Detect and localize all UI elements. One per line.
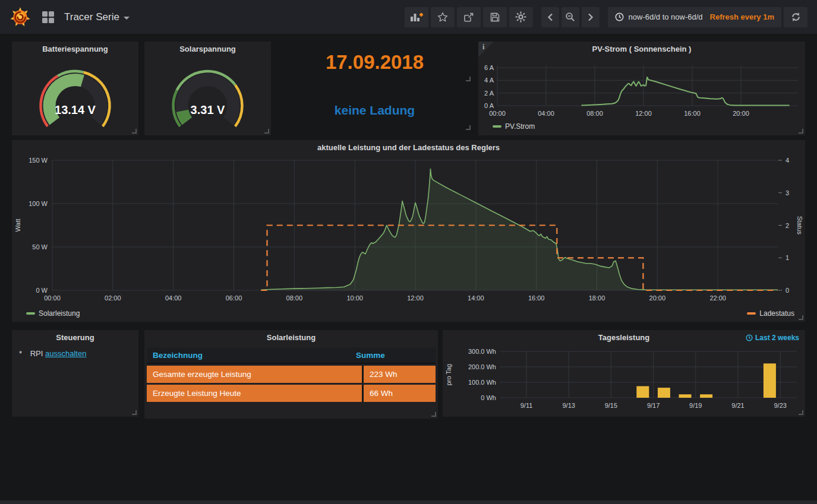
svg-text:Status: Status bbox=[796, 216, 803, 235]
legend-label[interactable]: PV.Strom bbox=[505, 122, 535, 131]
column-header[interactable]: Summe bbox=[350, 348, 436, 363]
svg-text:50 W: 50 W bbox=[32, 243, 48, 251]
table-cell: 66 Wh bbox=[362, 385, 436, 402]
pv-strom-chart[interactable]: 0 A2 A4 A6 A00:0004:0008:0012:0016:0020:… bbox=[478, 42, 805, 135]
legend-solarleistung[interactable]: Solarleistung bbox=[26, 309, 80, 318]
svg-text:0 A: 0 A bbox=[484, 102, 494, 109]
svg-text:16:00: 16:00 bbox=[528, 294, 545, 302]
svg-text:2 A: 2 A bbox=[484, 90, 494, 97]
zoom-out-button[interactable] bbox=[562, 7, 579, 27]
svg-text:100 W: 100 W bbox=[29, 200, 48, 207]
svg-text:2: 2 bbox=[786, 222, 789, 229]
share-dashboard-button[interactable] bbox=[457, 7, 481, 27]
svg-text:04:00: 04:00 bbox=[538, 110, 554, 117]
svg-text:200.0 Wh: 200.0 Wh bbox=[468, 363, 496, 370]
rpi-label: RPI bbox=[30, 349, 43, 358]
clock-icon bbox=[615, 12, 624, 21]
table-header-row: Bezeichnung Summe bbox=[147, 348, 436, 364]
svg-text:0 W: 0 W bbox=[36, 287, 48, 294]
leistung-ladestatus-chart[interactable]: 0 W50 W100 W150 W0123400:0002:0004:0006:… bbox=[12, 140, 805, 322]
grafana-logo[interactable] bbox=[10, 7, 31, 28]
time-forward-button[interactable] bbox=[582, 7, 600, 27]
solar-gauge bbox=[144, 53, 271, 128]
svg-text:6 A: 6 A bbox=[484, 64, 494, 71]
panel-date: 17.09.2018 bbox=[277, 42, 472, 83]
svg-text:18:00: 18:00 bbox=[589, 294, 605, 302]
horizontal-scrollbar[interactable] bbox=[0, 500, 817, 504]
svg-text:20:00: 20:00 bbox=[649, 294, 666, 302]
svg-text:06:00: 06:00 bbox=[226, 294, 242, 302]
legend-label[interactable]: Solarleistung bbox=[39, 309, 80, 318]
svg-text:9/21: 9/21 bbox=[731, 402, 744, 409]
panel-solarspannung: Solarspannung 3.31 V bbox=[144, 42, 271, 135]
svg-text:20:00: 20:00 bbox=[733, 110, 749, 117]
svg-text:4 A: 4 A bbox=[484, 77, 494, 84]
table-row: Gesamte erzeugte Leistung 223 Wh bbox=[147, 366, 436, 383]
charge-status-value: keine Ladung bbox=[277, 89, 472, 132]
svg-text:3: 3 bbox=[786, 189, 789, 196]
svg-text:00:00: 00:00 bbox=[489, 110, 506, 117]
svg-text:300.0 Wh: 300.0 Wh bbox=[468, 348, 496, 355]
panel-charge-status: keine Ladung bbox=[277, 89, 472, 132]
svg-text:pro Tag: pro Tag bbox=[445, 364, 452, 386]
save-icon bbox=[490, 12, 500, 23]
zoom-out-icon bbox=[565, 12, 575, 22]
top-navbar: Tracer Serie bbox=[0, 0, 817, 34]
time-back-button[interactable] bbox=[541, 7, 559, 27]
add-panel-icon bbox=[410, 12, 423, 23]
legend-ladestatus[interactable]: Ladestatus bbox=[747, 309, 794, 318]
refresh-button[interactable] bbox=[784, 7, 807, 27]
battery-gauge bbox=[12, 53, 138, 128]
svg-text:12:00: 12:00 bbox=[635, 110, 652, 117]
refresh-interval-text[interactable]: Refresh every 1m bbox=[710, 12, 774, 21]
svg-text:04:00: 04:00 bbox=[165, 294, 182, 302]
steuerung-content: * RPI ausschalten bbox=[19, 349, 86, 358]
dashboard-title[interactable]: Tracer Serie bbox=[64, 11, 119, 23]
star-dashboard-button[interactable] bbox=[431, 7, 455, 27]
svg-text:0 Wh: 0 Wh bbox=[481, 394, 496, 401]
svg-text:1: 1 bbox=[786, 254, 789, 261]
save-dashboard-button[interactable] bbox=[483, 7, 507, 27]
dashboard-title-dropdown[interactable]: Tracer Serie bbox=[64, 11, 130, 23]
add-panel-button[interactable] bbox=[405, 7, 428, 27]
svg-text:0: 0 bbox=[786, 287, 789, 294]
svg-text:22:00: 22:00 bbox=[709, 294, 726, 302]
svg-text:9/15: 9/15 bbox=[605, 402, 617, 409]
table-cell: 223 Wh bbox=[362, 366, 436, 383]
svg-text:12:00: 12:00 bbox=[407, 294, 424, 302]
svg-text:9/11: 9/11 bbox=[521, 402, 533, 409]
legend-chip bbox=[493, 125, 501, 128]
panel-pv-strom: i PV-Strom ( Sonnenschein ) 0 A2 A4 A6 A… bbox=[478, 42, 805, 135]
time-range-picker[interactable]: now-6d/d to now-6d/d Refresh every 1m bbox=[608, 7, 781, 27]
legend-pv-strom[interactable]: PV.Strom bbox=[493, 122, 535, 131]
panel-batteriespannung: Batteriespannung 13.14 V bbox=[12, 42, 138, 135]
date-value: 17.09.2018 bbox=[277, 42, 472, 83]
share-icon bbox=[463, 12, 474, 23]
panel-steuerung: Steuerung * RPI ausschalten bbox=[12, 330, 138, 417]
svg-text:14:00: 14:00 bbox=[468, 294, 484, 302]
column-header[interactable]: Bezeichnung bbox=[147, 348, 350, 363]
time-range-text[interactable]: now-6d/d to now-6d/d bbox=[629, 12, 703, 21]
panel-title[interactable]: Solarleistung bbox=[144, 330, 438, 345]
legend-chip bbox=[747, 312, 756, 315]
svg-text:00:00: 00:00 bbox=[44, 294, 61, 302]
panel-title[interactable]: Steuerung bbox=[12, 330, 138, 345]
legend-label[interactable]: Ladestatus bbox=[759, 309, 794, 318]
star-icon bbox=[437, 12, 448, 23]
chevron-right-icon bbox=[586, 12, 595, 22]
svg-text:9/13: 9/13 bbox=[562, 402, 575, 409]
dashboards-grid-icon[interactable] bbox=[42, 11, 55, 24]
table-cell: Erzeugte Leistung Heute bbox=[147, 385, 362, 402]
svg-text:Watt: Watt bbox=[14, 218, 21, 232]
rpi-ausschalten-link[interactable]: ausschalten bbox=[45, 349, 86, 358]
svg-text:9/17: 9/17 bbox=[647, 402, 660, 409]
dashboard-settings-button[interactable] bbox=[509, 7, 533, 27]
chevron-left-icon bbox=[546, 12, 554, 22]
panel-solarleistung-table: Solarleistung Bezeichnung Summe Gesamte … bbox=[144, 330, 438, 419]
refresh-icon bbox=[791, 12, 801, 22]
svg-text:9/19: 9/19 bbox=[689, 402, 702, 409]
list-bullet: * bbox=[19, 349, 22, 358]
svg-text:9/23: 9/23 bbox=[774, 402, 786, 409]
svg-text:08:00: 08:00 bbox=[286, 294, 303, 302]
tagesleistung-chart[interactable]: 0 Wh100.0 Wh200.0 Wh300.0 Wh9/119/139/15… bbox=[443, 330, 805, 417]
